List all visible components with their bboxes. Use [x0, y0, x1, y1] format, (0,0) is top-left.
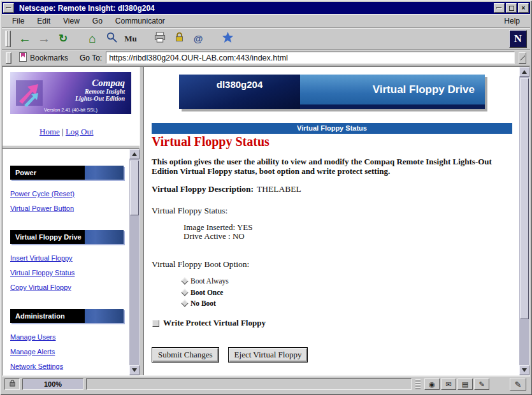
radio-icon	[181, 289, 188, 296]
location-bar-grip[interactable]	[6, 52, 11, 64]
submit-changes-button[interactable]: Submit Changes	[152, 347, 219, 363]
stop-button[interactable]	[218, 30, 237, 48]
composer-icon: ✎	[478, 380, 484, 389]
nav-header-power: Power	[10, 166, 124, 180]
status-line-drive-active: Drive Active : NO	[183, 231, 245, 241]
logo-line2: Lights-Out Edition	[47, 95, 125, 102]
nav-link-manage-users[interactable]: Manage Users	[10, 333, 129, 341]
close-button[interactable]: ×	[518, 3, 529, 13]
menu-file[interactable]: File	[6, 15, 31, 27]
minimize-icon	[496, 7, 502, 9]
write-protect-checkbox[interactable]	[152, 320, 159, 327]
window-titlebar[interactable]: Netscape: Remote Insight: dl380g204 ×	[2, 2, 530, 14]
forward-button[interactable]: →	[34, 30, 54, 48]
version-label: Version 2.41 (40-bit SSL)	[10, 107, 131, 113]
url-input[interactable]	[106, 52, 515, 64]
up-triangle-icon	[522, 70, 527, 74]
scroll-down-arrow[interactable]	[129, 365, 140, 375]
location-bar: Bookmarks Go To:	[2, 50, 530, 66]
bookmarks-button[interactable]: Bookmarks	[17, 51, 71, 65]
reload-icon: ↻	[59, 32, 68, 45]
radio-no-boot[interactable]: No Boot	[182, 299, 216, 307]
menu-bar: File Edit View Go Communicator Help	[2, 14, 530, 28]
sidebar-scrollbar[interactable]	[129, 149, 140, 375]
radio-label: No Boot	[191, 299, 216, 307]
link-separator: |	[62, 127, 64, 136]
down-triangle-icon	[522, 368, 527, 372]
toolbar-grip[interactable]	[5, 31, 11, 47]
search-icon	[106, 31, 118, 46]
scrollbar-thumb[interactable]	[520, 78, 529, 319]
maximize-button[interactable]	[506, 3, 517, 13]
main-frame: dl380g204 Virtual Floppy Drive Virtual F…	[144, 67, 519, 375]
frame-divider-vertical[interactable]	[140, 67, 144, 375]
menu-go[interactable]: Go	[86, 15, 109, 27]
scroll-up-arrow[interactable]	[519, 67, 529, 77]
scroll-down-arrow[interactable]	[519, 365, 529, 375]
url-drag-handle[interactable]	[519, 52, 526, 64]
bookmark-icon	[19, 52, 27, 64]
home-link[interactable]: Home	[40, 127, 60, 136]
banner-hostname: dl380g204	[179, 75, 300, 109]
section-title-bar: Virtual Floppy Status	[152, 123, 512, 134]
radio-boot-always[interactable]: Boot Always	[182, 277, 229, 285]
component-bar-grip[interactable]	[415, 379, 421, 389]
nav-link-manage-alerts[interactable]: Manage Alerts	[10, 348, 129, 356]
logo-frame: Compaq Remote Insight Lights-Out Edition…	[3, 67, 140, 145]
shop-button[interactable]: @	[189, 30, 208, 48]
radio-icon	[181, 299, 188, 306]
pencil-icon: ✎	[515, 380, 522, 389]
nav-link-power-cycle[interactable]: Power Cycle (Reset)	[10, 190, 129, 198]
home-button[interactable]: ⌂	[83, 30, 102, 48]
nav-link-network-settings[interactable]: Network Settings	[10, 363, 129, 370]
session-links: Home | Log Out	[40, 127, 94, 137]
status-message-area	[86, 378, 412, 390]
composer-pencil-button[interactable]: ✎	[510, 378, 526, 391]
netscape-window: Netscape: Remote Insight: dl380g204 × Fi…	[0, 0, 532, 395]
nav-link-virtual-power-button[interactable]: Virtual Power Button	[10, 205, 129, 212]
window-menu-button[interactable]	[3, 3, 14, 13]
print-button[interactable]	[150, 30, 169, 48]
navigator-component-button[interactable]: ◉	[424, 378, 440, 390]
status-lock-icon	[9, 378, 16, 390]
write-protect-row[interactable]: Write Protect Virtual Floppy	[152, 318, 266, 328]
scroll-up-arrow[interactable]	[129, 149, 140, 159]
radio-boot-once[interactable]: Boot Once	[182, 289, 223, 296]
security-indicator[interactable]	[4, 378, 20, 390]
intro-text: This option gives the user the ability t…	[152, 157, 516, 176]
security-lock-icon	[174, 31, 185, 46]
home-icon: ⌂	[89, 32, 96, 46]
eject-virtual-floppy-button[interactable]: Eject Virtual Floppy	[228, 347, 308, 363]
nav-link-virtual-floppy-status[interactable]: Virtual Floppy Status	[10, 269, 129, 276]
search-button[interactable]	[102, 30, 121, 48]
composer-component-button[interactable]: ✎	[474, 378, 489, 390]
close-icon: ×	[522, 5, 526, 11]
guide-button[interactable]: Mu	[121, 30, 140, 48]
security-button[interactable]	[169, 30, 189, 48]
scrollbar-thumb[interactable]	[130, 161, 139, 215]
back-button[interactable]: ←	[15, 30, 34, 48]
menu-edit[interactable]: Edit	[31, 15, 57, 27]
goto-label: Go To:	[80, 54, 102, 62]
menu-view[interactable]: View	[57, 15, 86, 27]
nav-link-insert-virtual-floppy[interactable]: Insert Virtual Floppy	[10, 254, 129, 262]
main-scrollbar[interactable]	[519, 67, 529, 375]
logout-link[interactable]: Log Out	[66, 127, 94, 136]
discussions-component-button[interactable]: ▤	[457, 378, 473, 390]
netscape-logo[interactable]: N	[509, 30, 527, 48]
nav-link-copy-virtual-floppy[interactable]: Copy Virtual Floppy	[10, 284, 129, 291]
window-title: Netscape: Remote Insight: dl380g204	[15, 4, 492, 13]
reload-button[interactable]: ↻	[54, 30, 73, 48]
mailbox-component-button[interactable]: ✉	[441, 378, 456, 390]
nav-header-administration: Administration	[10, 309, 124, 323]
guide-icon: Mu	[124, 34, 137, 44]
logo-text: Compaq Remote Insight Lights-Out Edition	[47, 78, 131, 109]
down-triangle-icon	[132, 368, 137, 372]
status-label: Virtual Floppy Status:	[152, 206, 227, 216]
menu-help[interactable]: Help	[498, 15, 526, 27]
minimize-button[interactable]	[494, 3, 505, 13]
discussions-icon: ▤	[462, 380, 468, 389]
page-heading: Virtual Floppy Status	[152, 134, 270, 149]
menu-communicator[interactable]: Communicator	[109, 15, 171, 27]
status-bar: 100% ◉ ✉ ▤ ✎ ✎	[2, 376, 530, 392]
